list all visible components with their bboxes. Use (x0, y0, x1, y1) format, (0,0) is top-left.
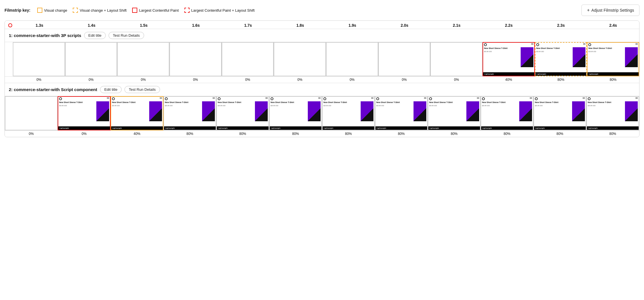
row1-frame-11[interactable]: New Short Sleeve T-Shirt$25.99 USDLightw… (587, 42, 639, 76)
row1-frame-8[interactable] (430, 42, 483, 76)
row1-frame-6[interactable] (326, 42, 378, 76)
row1-frame-4[interactable] (222, 42, 274, 76)
row1-frame-1[interactable] (65, 42, 117, 76)
row2-frame-2[interactable]: New Short Sleeve T-Shirt$25.99 USDLightw… (163, 96, 216, 130)
visual-change-icon (37, 8, 42, 13)
row2-frame-6[interactable]: New Short Sleeve T-Shirt$25.99 USDLightw… (375, 96, 428, 130)
tick-7: 2.0s (379, 23, 431, 28)
tick-2: 1.5s (118, 23, 170, 28)
row2-percent-2: 80% (163, 131, 216, 137)
visual-change-label: Visual change (44, 8, 67, 13)
row1-frame-2[interactable] (117, 42, 169, 76)
row-2-percents: 0%0%40%80%80%80%80%80%80%80%80%80% (5, 130, 639, 137)
visual-change-layout-icon (73, 8, 78, 13)
row1-percent-11: 80% (587, 77, 639, 83)
row1-frame-7[interactable] (378, 42, 431, 76)
timeline-ticks: 1.3s 1.4s 1.5s 1.6s 1.7s 1.8s 1.9s 2.0s … (13, 23, 639, 28)
lcp-layout-icon (184, 8, 190, 13)
lcp-label: Largest Contentful Paint (139, 8, 178, 13)
row1-percent-2: 0% (117, 77, 169, 83)
row-1-header: 1: commerce-starter-with 3P scripts Edit… (5, 29, 639, 42)
row1-percent-3: 0% (169, 77, 222, 83)
row1-frame-9[interactable]: New Short Sleeve T-Shirt$25.99 USDLightw… (483, 42, 535, 76)
tick-0: 1.3s (13, 23, 66, 28)
legend: Filmstrip key: Visual change Visual chan… (5, 8, 255, 13)
row2-frame-5[interactable]: New Short Sleeve T-Shirt$25.99 USDLightw… (322, 96, 375, 130)
tick-4: 1.7s (222, 23, 274, 28)
row1-frame-3[interactable] (169, 42, 222, 76)
row1-percent-1: 0% (65, 77, 117, 83)
row1-percent-0: 0% (13, 77, 65, 83)
row2-percent-10: 80% (586, 131, 639, 137)
row2-frame-3[interactable]: New Short Sleeve T-Shirt$25.99 USDLightw… (216, 96, 269, 130)
adjust-btn-label: Adjust Filmstrip Settings (591, 8, 634, 13)
row2-percent-0: 0% (58, 131, 111, 137)
filmstrip-container: 1.3s 1.4s 1.5s 1.6s 1.7s 1.8s 1.9s 2.0s … (5, 20, 639, 137)
row-1-frames: New Short Sleeve T-Shirt$25.99 USDLightw… (5, 42, 639, 76)
tick-1: 1.4s (66, 23, 118, 28)
lcp-icon (132, 8, 137, 13)
timeline-dot (8, 23, 12, 27)
tick-9: 2.2s (483, 23, 535, 28)
legend-lcp: Largest Contentful Paint (132, 8, 178, 13)
row-1-percents: 0%0%0%0%0%0%0%0%0%40%80%80% (5, 76, 639, 83)
row-2-test-run-details[interactable]: Test Run Details (124, 86, 160, 93)
row2-frame-1[interactable]: New Short Sleeve T-Shirt$25.99 USDLightw… (111, 96, 163, 130)
row-1: 1: commerce-starter-with 3P scripts Edit… (5, 29, 639, 83)
legend-visual-change-layout: Visual change + Layout Shift (73, 8, 126, 13)
legend-visual-change: Visual change (37, 8, 67, 13)
row1-percent-4: 0% (222, 77, 274, 83)
row1-percent-9: 40% (483, 77, 535, 83)
top-bar: Filmstrip key: Visual change Visual chan… (5, 5, 639, 16)
visual-change-layout-label: Visual change + Layout Shift (80, 8, 126, 13)
tick-8: 2.1s (431, 23, 483, 28)
row1-frame-5[interactable] (274, 42, 326, 76)
row-2-header: 2: commerce-starter-with Script componen… (5, 83, 639, 96)
row1-percent-8: 0% (430, 77, 483, 83)
row-2: 2: commerce-starter-with Script componen… (5, 83, 639, 137)
row-1-title: 1: commerce-starter-with 3P scripts (9, 33, 81, 38)
row2-frame-4[interactable]: New Short Sleeve T-Shirt$25.99 USDLightw… (269, 96, 322, 130)
row2-frame-10[interactable]: New Short Sleeve T-Shirt$25.99 USDLightw… (586, 96, 639, 130)
row2-frame-0[interactable]: New Short Sleeve T-Shirt$25.99 USDLightw… (58, 96, 111, 130)
row2-percent-empty: 0% (5, 131, 58, 137)
row1-percent-6: 0% (326, 77, 378, 83)
row2-percent-4: 80% (269, 131, 322, 137)
tick-10: 2.3s (535, 23, 587, 28)
row2-percent-7: 80% (428, 131, 481, 137)
tick-3: 1.6s (170, 23, 222, 28)
row1-frame-10[interactable]: New Short Sleeve T-Shirt$25.99 USDLightw… (535, 42, 587, 76)
row2-percent-3: 80% (216, 131, 269, 137)
row2-percent-6: 80% (375, 131, 428, 137)
tick-6: 1.9s (326, 23, 379, 28)
tick-5: 1.8s (274, 23, 327, 28)
row1-percent-10: 80% (535, 77, 587, 83)
row2-percent-9: 80% (533, 131, 586, 137)
timeline-header: 1.3s 1.4s 1.5s 1.6s 1.7s 1.8s 1.9s 2.0s … (5, 21, 639, 29)
row-1-edit-title[interactable]: Edit title (84, 32, 106, 39)
lcp-layout-label: Largest Contentful Paint + Layout Shift (191, 8, 255, 13)
tick-11: 2.4s (587, 23, 639, 28)
plus-icon: + (587, 8, 589, 13)
row2-percent-8: 80% (481, 131, 533, 137)
row1-percent-5: 0% (274, 77, 326, 83)
row1-frame-0[interactable] (13, 42, 65, 76)
legend-lcp-layout: Largest Contentful Paint + Layout Shift (184, 8, 255, 13)
row1-percent-7: 0% (378, 77, 431, 83)
row2-percent-1: 40% (111, 131, 163, 137)
row-2-edit-title[interactable]: Edit title (100, 86, 122, 93)
row-2-title: 2: commerce-starter-with Script componen… (9, 87, 97, 92)
legend-label: Filmstrip key: (5, 8, 30, 13)
row2-frame-8[interactable]: New Short Sleeve T-Shirt$25.99 USDLightw… (481, 96, 533, 130)
row2-frame-empty (5, 96, 58, 130)
row2-frame-9[interactable]: New Short Sleeve T-Shirt$25.99 USDLightw… (533, 96, 586, 130)
row-2-frames: New Short Sleeve T-Shirt$25.99 USDLightw… (5, 96, 639, 130)
row2-frame-7[interactable]: New Short Sleeve T-Shirt$25.99 USDLightw… (428, 96, 481, 130)
row-1-test-run-details[interactable]: Test Run Details (109, 32, 144, 39)
row2-percent-5: 80% (322, 131, 375, 137)
adjust-filmstrip-button[interactable]: + Adjust Filmstrip Settings (581, 5, 639, 16)
